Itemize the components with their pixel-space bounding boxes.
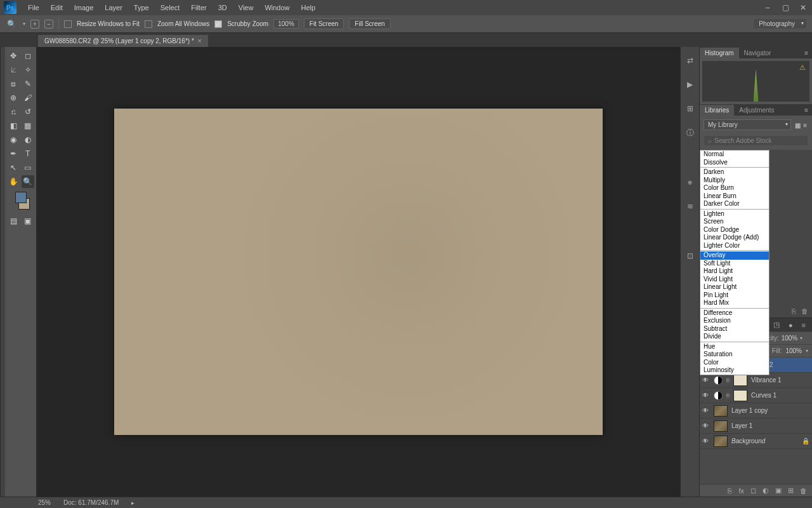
filter-toggle-icon[interactable]: ●	[786, 321, 796, 329]
panel-menu-icon[interactable]: ≡	[799, 48, 812, 58]
visibility-icon[interactable]: 👁	[702, 377, 710, 384]
eyedropper-tool[interactable]: ✎	[22, 77, 34, 90]
menu-select[interactable]: Select	[155, 1, 185, 14]
menu-window[interactable]: Window	[259, 1, 294, 14]
pen-tool[interactable]: ✒	[7, 147, 20, 160]
fit-screen-button[interactable]: Fit Screen	[304, 18, 344, 29]
blend-darken[interactable]: Darken	[700, 168, 769, 177]
blend-lighter-color[interactable]: Lighter Color	[700, 242, 769, 250]
new-group-icon[interactable]: ▣	[775, 486, 782, 495]
zoom-tool[interactable]: 🔍	[22, 175, 34, 188]
layer-name[interactable]: Vibrance 1	[751, 377, 782, 384]
tool-preset-dropdown[interactable]: ▾	[23, 21, 25, 27]
blend-subtract[interactable]: Subtract	[700, 325, 769, 333]
menu-image[interactable]: Image	[69, 1, 99, 14]
blend-mode-dropdown[interactable]: Normal Dissolve Darken Multiply Color Bu…	[700, 150, 769, 375]
document-canvas[interactable]	[114, 109, 603, 435]
zoom-percent[interactable]: 100%	[273, 19, 299, 29]
collapsed-icon-3[interactable]: ⊞	[684, 103, 696, 114]
magic-wand-tool[interactable]: ✧	[22, 64, 34, 76]
layer-row[interactable]: 👁 ⎘ Curves 1	[700, 388, 812, 403]
visibility-icon[interactable]: 👁	[702, 422, 710, 429]
link-icon[interactable]: ⎘	[792, 307, 796, 315]
brush-tool[interactable]: 🖌	[22, 91, 34, 104]
type-tool[interactable]: T	[22, 147, 34, 160]
collapsed-icon-2[interactable]: ▶	[684, 79, 696, 90]
menu-view[interactable]: View	[233, 1, 259, 14]
blend-normal[interactable]: Normal	[700, 150, 769, 159]
zoom-out-icon[interactable]: −	[44, 20, 53, 29]
blend-color[interactable]: Color	[700, 359, 769, 367]
close-tab-icon[interactable]: ×	[198, 37, 202, 44]
layers-menu-icon[interactable]: ≡	[799, 321, 808, 329]
collapsed-icon-5[interactable]: ⎈	[684, 177, 696, 188]
blur-tool[interactable]: ◉	[7, 133, 20, 146]
status-zoom[interactable]: 25%	[38, 499, 51, 506]
stock-search[interactable]: ⌕ Search Adobe Stock	[704, 135, 808, 146]
list-view-icon[interactable]: ≡	[802, 121, 808, 130]
screenmode-icon[interactable]: ▣	[22, 215, 34, 227]
mask-link-icon[interactable]: ⎘	[726, 392, 730, 399]
trash-icon[interactable]: 🗑	[801, 307, 808, 315]
blend-dissolve[interactable]: Dissolve	[700, 159, 769, 167]
canvas-area[interactable]	[37, 47, 680, 497]
blend-lighten[interactable]: Lighten	[700, 210, 769, 218]
menu-edit[interactable]: Edit	[46, 1, 68, 14]
path-tool[interactable]: ↖	[7, 161, 20, 174]
mask-thumbnail[interactable]	[733, 375, 747, 386]
layer-name[interactable]: Layer 1	[731, 422, 752, 429]
delete-layer-icon[interactable]: 🗑	[800, 487, 807, 495]
blend-hard-mix[interactable]: Hard Mix	[700, 299, 769, 307]
visibility-icon[interactable]: 👁	[702, 438, 710, 444]
layer-row[interactable]: 👁 Layer 1 copy	[700, 403, 812, 418]
blend-linear-burn[interactable]: Linear Burn	[700, 192, 769, 201]
menu-filter[interactable]: Filter	[186, 1, 211, 14]
foreground-color[interactable]	[15, 192, 27, 203]
tab-navigator[interactable]: Navigator	[739, 48, 776, 58]
zoom-in-icon[interactable]: +	[30, 20, 39, 29]
blend-divide[interactable]: Divide	[700, 333, 769, 341]
marquee-tool[interactable]: ◻	[22, 50, 34, 62]
blend-color-burn[interactable]: Color Burn	[700, 184, 769, 192]
scrubby-zoom-option[interactable]: ✓Scrubby Zoom	[214, 20, 268, 28]
layer-thumbnail[interactable]	[714, 420, 728, 432]
layer-row[interactable]: 👁 Background 🔒	[700, 434, 812, 449]
tab-libraries[interactable]: Libraries	[700, 105, 734, 116]
zoom-tool-icon[interactable]: 🔍	[5, 18, 18, 30]
workspace-selector[interactable]: Photography	[753, 18, 807, 29]
filter-smart-icon[interactable]: ◳	[771, 321, 782, 329]
mask-link-icon[interactable]: ⎘	[726, 377, 730, 384]
layer-row[interactable]: 👁 Layer 1	[700, 418, 812, 434]
close-button[interactable]: ✕	[798, 3, 808, 12]
fill-screen-button[interactable]: Fill Screen	[349, 18, 390, 29]
menu-3d[interactable]: 3D	[213, 1, 232, 14]
blend-soft-light[interactable]: Soft Light	[700, 260, 769, 268]
tab-histogram[interactable]: Histogram	[700, 48, 739, 58]
fill-value[interactable]: 100%	[785, 347, 802, 354]
shape-tool[interactable]: ▭	[22, 161, 34, 174]
clone-tool[interactable]: ⎌	[7, 105, 20, 118]
collapsed-icon-7[interactable]: ⊡	[684, 250, 696, 262]
warning-icon[interactable]: ⚠	[799, 64, 806, 72]
quickmask-icon[interactable]: ▤	[7, 215, 20, 227]
new-adjustment-icon[interactable]: ◐	[763, 486, 769, 495]
menu-help[interactable]: Help	[296, 1, 321, 14]
healing-tool[interactable]: ⊕	[7, 91, 20, 104]
layer-mask-icon[interactable]: ◻	[750, 486, 756, 495]
layer-name[interactable]: Curves 1	[751, 392, 776, 399]
opacity-dropdown-icon[interactable]: ▾	[800, 335, 802, 341]
blend-color-dodge[interactable]: Color Dodge	[700, 226, 769, 234]
blend-overlay[interactable]: Overlay	[700, 251, 769, 260]
visibility-icon[interactable]: 👁	[702, 407, 710, 414]
status-arrow-icon[interactable]: ▸	[131, 500, 134, 506]
collapsed-icon-6[interactable]: ≋	[684, 201, 696, 212]
status-doc[interactable]: Doc: 61.7M/246.7M	[63, 499, 119, 506]
collapsed-icon-1[interactable]: ⇄	[684, 55, 696, 66]
grid-view-icon[interactable]: ▦	[794, 121, 802, 130]
blend-vivid-light[interactable]: Vivid Light	[700, 276, 769, 284]
zoom-all-option[interactable]: Zoom All Windows	[145, 20, 209, 28]
blend-screen[interactable]: Screen	[700, 218, 769, 226]
minimize-button[interactable]: –	[763, 3, 773, 12]
menu-layer[interactable]: Layer	[100, 1, 128, 14]
layer-row[interactable]: 👁 ⎘ Vibrance 1	[700, 373, 812, 388]
